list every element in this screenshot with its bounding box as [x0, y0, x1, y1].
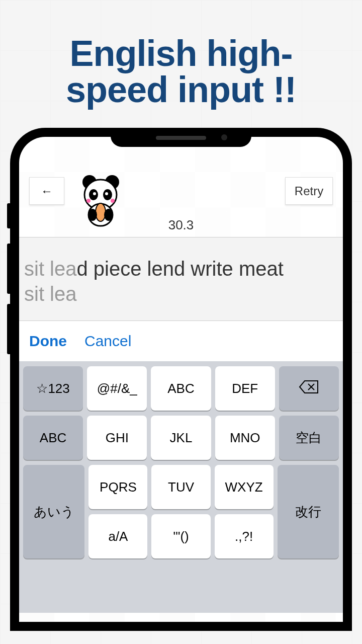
headline-line-2: speed input !!	[0, 71, 362, 108]
keyboard: ☆123 @#/&_ ABC DEF ABC GHI JKL MN	[19, 361, 343, 613]
retry-button[interactable]: Retry	[285, 177, 333, 205]
key-tuv[interactable]: TUV	[151, 465, 210, 509]
target-text: sit lead piece lend write meat	[24, 258, 338, 280]
keyboard-row-1: ☆123 @#/&_ ABC DEF	[23, 366, 339, 411]
key-def[interactable]: DEF	[215, 366, 275, 411]
svg-point-12	[104, 209, 113, 221]
keyboard-toolbar: Done Cancel	[19, 321, 343, 361]
key-jkl[interactable]: JKL	[151, 416, 211, 460]
phone-frame: ← 30.3	[10, 128, 352, 631]
key-ghi[interactable]: GHI	[87, 416, 147, 460]
key-pqrs[interactable]: PQRS	[88, 465, 147, 509]
backspace-icon	[299, 380, 319, 397]
svg-point-5	[93, 192, 96, 195]
phone-side-button	[7, 304, 10, 354]
svg-point-8	[111, 199, 115, 203]
phone-camera	[221, 134, 227, 140]
svg-point-6	[105, 192, 108, 195]
key-space[interactable]: 空白	[279, 416, 339, 460]
phone-screen: ← 30.3	[19, 137, 343, 622]
svg-point-7	[86, 199, 90, 203]
back-button[interactable]: ←	[29, 177, 64, 205]
key-quotes[interactable]: '"()	[151, 514, 210, 558]
phone-speaker	[156, 136, 206, 140]
key-mode-kana[interactable]: あいう	[23, 465, 84, 558]
back-arrow-icon: ←	[41, 184, 53, 198]
typing-area: sit lead piece lend write meat sit lea	[19, 237, 343, 321]
keyboard-row-2: ABC GHI JKL MNO 空白	[23, 416, 339, 460]
key-numbers[interactable]: ☆123	[23, 366, 83, 411]
key-mno[interactable]: MNO	[215, 416, 275, 460]
key-enter[interactable]: 改行	[278, 465, 339, 558]
svg-point-11	[88, 209, 97, 221]
headline-line-1: English high-	[0, 35, 362, 71]
phone-side-button	[7, 244, 10, 294]
retry-label: Retry	[295, 184, 323, 198]
target-typed-portion: sit lea	[24, 258, 77, 280]
key-mode-abc[interactable]: ABC	[23, 416, 83, 460]
phone-side-button	[7, 203, 10, 228]
key-backspace[interactable]	[279, 366, 339, 411]
key-symbols[interactable]: @#/&_	[87, 366, 147, 411]
key-punct[interactable]: .,?!	[215, 514, 274, 558]
promo-headline: English high- speed input !!	[0, 0, 362, 128]
app-topbar: ← 30.3	[19, 137, 343, 237]
done-button[interactable]: Done	[29, 333, 67, 350]
user-input-text[interactable]: sit lea	[24, 283, 338, 305]
svg-point-10	[96, 203, 106, 221]
timer-value: 30.3	[168, 217, 194, 233]
keyboard-rows-3-4: あいう PQRS TUV WXYZ a/A '"() .,?! 改行	[23, 465, 339, 558]
key-wxyz[interactable]: WXYZ	[215, 465, 274, 509]
target-remaining-portion: d piece lend write meat	[77, 258, 284, 280]
panda-mascot-icon	[79, 175, 122, 227]
key-shift[interactable]: a/A	[88, 514, 147, 558]
key-abc[interactable]: ABC	[151, 366, 211, 411]
cancel-button[interactable]: Cancel	[84, 333, 131, 350]
